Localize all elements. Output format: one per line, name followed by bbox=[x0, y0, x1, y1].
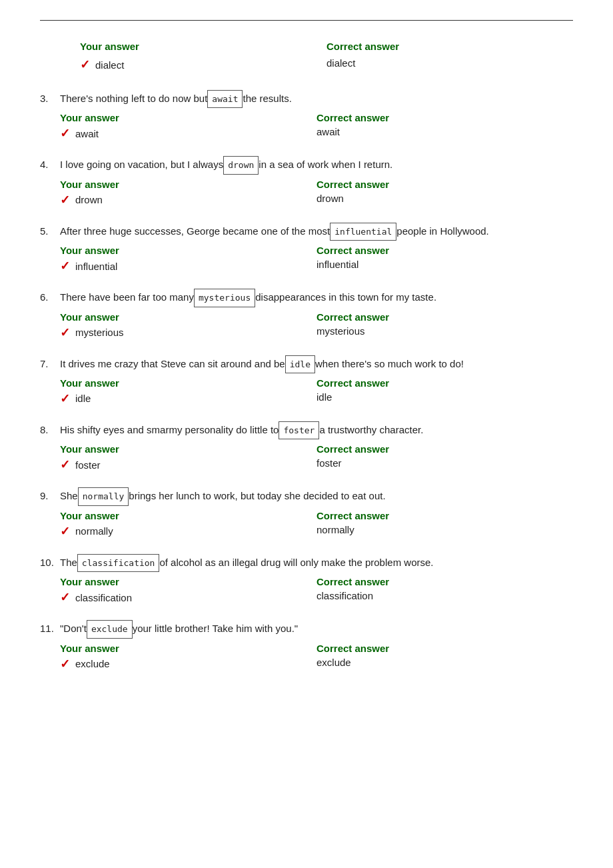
correct-answer-header: Correct answer bbox=[326, 41, 573, 52]
question-row-4: 6.There have been far too many mysteriou… bbox=[40, 288, 573, 307]
answer-header-row-4: Your answerCorrect answer bbox=[60, 311, 573, 323]
your-answer-header-7: Your answer bbox=[60, 510, 316, 521]
your-answer-value-6: foster bbox=[75, 459, 101, 471]
fill-box-4: mysterious bbox=[194, 289, 255, 307]
answer-value-row-2: ✓drowndrown bbox=[60, 193, 573, 207]
fill-box-6: foster bbox=[279, 421, 319, 439]
question-row-9: 11."Don't exclude your little brother! T… bbox=[40, 619, 573, 638]
dialect-correct-answer: dialect bbox=[326, 57, 355, 69]
question-row-6: 8.His shifty eyes and smarmy personality… bbox=[40, 421, 573, 439]
answer-section-5: Your answerCorrect answer✓idleidle bbox=[60, 377, 573, 406]
checkmark-7: ✓ bbox=[60, 524, 70, 539]
question-row-8: 10.The classification of alcohol as an i… bbox=[40, 553, 573, 572]
answer-header-row-5: Your answerCorrect answer bbox=[60, 377, 573, 389]
correct-answer-header-5: Correct answer bbox=[316, 377, 573, 389]
question-number-5: 7. bbox=[40, 355, 60, 373]
your-answer-value-8: classification bbox=[75, 592, 132, 603]
correct-answer-header-8: Correct answer bbox=[316, 576, 573, 587]
answer-value-row-9: ✓excludeexclude bbox=[60, 657, 573, 671]
pre-text-7: She bbox=[60, 487, 78, 505]
correct-answer-header-3: Correct answer bbox=[316, 245, 573, 256]
pre-text-8: The bbox=[60, 553, 77, 571]
checkmark-3: ✓ bbox=[60, 259, 70, 273]
correct-answer-value-9: exclude bbox=[316, 657, 351, 668]
correct-answer-value-1: await bbox=[316, 126, 340, 137]
fill-box-8: classification bbox=[77, 554, 160, 572]
answer-value-row-6: ✓fosterfoster bbox=[60, 457, 573, 472]
pre-text-3: After three huge successes, George becam… bbox=[60, 222, 330, 240]
question-number-3: 5. bbox=[40, 222, 60, 240]
answer-value-row-3: ✓influentialinfluential bbox=[60, 259, 573, 273]
your-answer-header-4: Your answer bbox=[60, 311, 316, 323]
your-answer-value-5: idle bbox=[75, 393, 91, 404]
post-text-6: a trustworthy character. bbox=[319, 421, 423, 439]
dialect-answer-row: ✓ dialect dialect bbox=[80, 57, 573, 72]
pre-text-9: "Don't bbox=[60, 619, 87, 637]
question-block-11: 11."Don't exclude your little brother! T… bbox=[40, 619, 573, 671]
your-answer-header-8: Your answer bbox=[60, 576, 316, 587]
answer-header-row-6: Your answerCorrect answer bbox=[60, 443, 573, 455]
your-answer-header: Your answer bbox=[80, 41, 326, 52]
correct-answer-value-2: drown bbox=[316, 193, 344, 204]
correct-answer-value-5: idle bbox=[316, 391, 332, 403]
pre-text-4: There have been far too many bbox=[60, 288, 194, 306]
answer-value-row-5: ✓idleidle bbox=[60, 391, 573, 406]
answer-section-7: Your answerCorrect answer✓normallynormal… bbox=[60, 510, 573, 539]
question-block-5: 5.After three huge successes, George bec… bbox=[40, 222, 573, 273]
checkmark-6: ✓ bbox=[60, 457, 70, 472]
answer-header-row-7: Your answerCorrect answer bbox=[60, 510, 573, 521]
dialect-your-answer: dialect bbox=[95, 59, 124, 71]
questions-container: 3.There's nothing left to do now but awa… bbox=[40, 89, 573, 671]
question-number-2: 4. bbox=[40, 155, 60, 173]
question-number-6: 8. bbox=[40, 421, 60, 439]
question-row-2: 4.I love going on vacation, but I always… bbox=[40, 155, 573, 174]
question-number-8: 10. bbox=[40, 553, 60, 571]
answer-value-row-8: ✓classificationclassification bbox=[60, 590, 573, 605]
pre-text-2: I love going on vacation, but I always bbox=[60, 155, 223, 173]
answer-section-3: Your answerCorrect answer✓influentialinf… bbox=[60, 245, 573, 273]
answer-header-row-3: Your answerCorrect answer bbox=[60, 245, 573, 256]
correct-answer-header-6: Correct answer bbox=[316, 443, 573, 455]
answer-section-6: Your answerCorrect answer✓fosterfoster bbox=[60, 443, 573, 472]
fill-box-5: idle bbox=[285, 355, 315, 373]
checkmark-1: ✓ bbox=[60, 126, 70, 141]
your-answer-value-2: drown bbox=[75, 194, 103, 205]
post-text-4: disappearances in this town for my taste… bbox=[255, 288, 436, 306]
your-answer-value-4: mysterious bbox=[75, 327, 124, 338]
your-answer-header-2: Your answer bbox=[60, 179, 316, 190]
question-block-6: 6.There have been far too many mysteriou… bbox=[40, 288, 573, 339]
your-answer-header-3: Your answer bbox=[60, 245, 316, 256]
answer-header-row-8: Your answerCorrect answer bbox=[60, 576, 573, 587]
question-number-9: 11. bbox=[40, 619, 60, 637]
your-answer-header-9: Your answer bbox=[60, 643, 316, 654]
answer-header-row-1: Your answerCorrect answer bbox=[60, 112, 573, 123]
correct-answer-value-4: mysterious bbox=[316, 325, 365, 337]
answer-header-row-9: Your answerCorrect answer bbox=[60, 643, 573, 654]
checkmark-5: ✓ bbox=[60, 391, 70, 406]
post-text-3: people in Hollywood. bbox=[396, 222, 488, 240]
question-block-8: 8.His shifty eyes and smarmy personality… bbox=[40, 421, 573, 472]
question-block-10: 10.The classification of alcohol as an i… bbox=[40, 553, 573, 605]
question-number-1: 3. bbox=[40, 89, 60, 107]
answer-section-1: Your answerCorrect answer✓awaitawait bbox=[60, 112, 573, 141]
answer-section-8: Your answerCorrect answer✓classification… bbox=[60, 576, 573, 605]
post-text-7: brings her lunch to work, but today she … bbox=[129, 487, 385, 505]
header-row-initial: Your answer Correct answer bbox=[80, 41, 573, 55]
answer-header-row-2: Your answerCorrect answer bbox=[60, 179, 573, 190]
your-answer-header-5: Your answer bbox=[60, 377, 316, 389]
answer-value-row-4: ✓mysteriousmysterious bbox=[60, 325, 573, 340]
post-text-5: when there's so much work to do! bbox=[315, 355, 464, 373]
checkmark-8: ✓ bbox=[60, 590, 70, 605]
correct-answer-header-9: Correct answer bbox=[316, 643, 573, 654]
correct-answer-header-2: Correct answer bbox=[316, 179, 573, 190]
correct-answer-header-4: Correct answer bbox=[316, 311, 573, 323]
checkmark-2: ✓ bbox=[60, 193, 70, 207]
top-divider bbox=[40, 20, 573, 21]
correct-answer-header-7: Correct answer bbox=[316, 510, 573, 521]
question-number-7: 9. bbox=[40, 487, 60, 505]
correct-answer-header-1: Correct answer bbox=[316, 112, 573, 123]
checkmark-dialect: ✓ bbox=[80, 57, 90, 72]
post-text-1: the results. bbox=[243, 89, 291, 107]
question-block-4: 4.I love going on vacation, but I always… bbox=[40, 155, 573, 207]
question-block-7: 7.It drives me crazy that Steve can sit … bbox=[40, 355, 573, 406]
